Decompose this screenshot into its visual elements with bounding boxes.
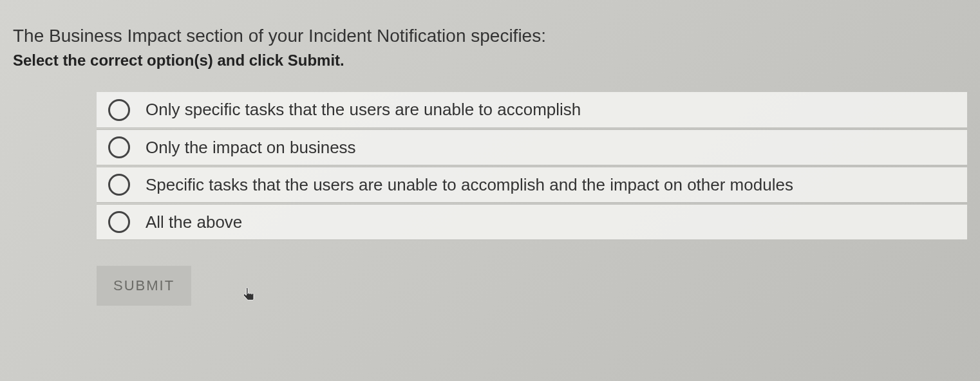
radio-icon[interactable] (108, 174, 130, 196)
option-label: All the above (146, 212, 242, 232)
option-label: Specific tasks that the users are unable… (146, 175, 793, 195)
option-row[interactable]: Only the impact on business (97, 129, 967, 165)
radio-icon[interactable] (108, 211, 130, 233)
question-block: The Business Impact section of your Inci… (13, 26, 967, 70)
radio-icon[interactable] (108, 136, 130, 158)
radio-icon[interactable] (108, 99, 130, 121)
question-instruction: Select the correct option(s) and click S… (13, 51, 967, 70)
option-row[interactable]: All the above (97, 204, 967, 240)
option-row[interactable]: Only specific tasks that the users are u… (97, 92, 967, 128)
option-label: Only specific tasks that the users are u… (146, 100, 581, 120)
options-list: Only specific tasks that the users are u… (97, 92, 967, 240)
submit-area: SUBMIT (97, 266, 967, 306)
submit-button[interactable]: SUBMIT (97, 266, 191, 306)
option-label: Only the impact on business (146, 138, 356, 158)
option-row[interactable]: Specific tasks that the users are unable… (97, 167, 967, 203)
question-prompt: The Business Impact section of your Inci… (13, 26, 967, 46)
